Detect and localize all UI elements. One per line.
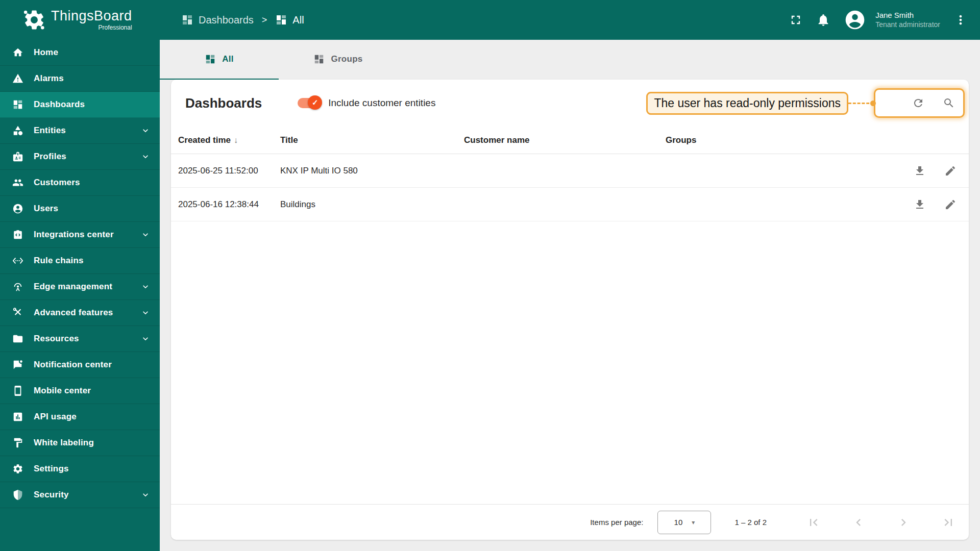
tab-all[interactable]: All xyxy=(160,40,279,80)
edit-dashboard-button[interactable] xyxy=(944,165,957,177)
sidebar-item-mobile-center[interactable]: Mobile center xyxy=(0,378,160,404)
column-header-title[interactable]: Title xyxy=(280,135,464,145)
dashboards-card: Dashboards ✓ Include customer entities T… xyxy=(171,80,969,540)
user-avatar[interactable] xyxy=(844,9,866,31)
previous-page-button[interactable] xyxy=(851,515,866,530)
next-page-button[interactable] xyxy=(896,515,911,530)
fullscreen-icon xyxy=(789,13,803,27)
integration-box-icon xyxy=(12,229,23,240)
refresh-icon xyxy=(912,97,924,109)
app-logo[interactable]: ThingsBoard Professional xyxy=(0,8,160,32)
toggle-switch[interactable]: ✓ xyxy=(298,97,321,109)
export-dashboard-button[interactable] xyxy=(914,165,926,177)
cell-title: KNX IP Multi IO 580 xyxy=(280,166,464,176)
user-name: Jane Smith xyxy=(875,11,940,20)
sidebar-item-edge-management[interactable]: Edge management xyxy=(0,274,160,300)
table-row[interactable]: 2025-06-16 12:38:44 Buildings xyxy=(171,188,969,221)
sidebar-item-home[interactable]: Home xyxy=(0,40,160,66)
toggle-label: Include customer entities xyxy=(328,97,435,109)
dashboards-icon xyxy=(275,14,287,26)
breadcrumb-separator: > xyxy=(262,15,267,26)
shapes-icon xyxy=(12,125,23,136)
chevron-down-icon xyxy=(140,126,151,136)
bell-icon xyxy=(816,13,830,27)
highlighted-toolbar-actions xyxy=(874,88,965,118)
breadcrumb-all[interactable]: All xyxy=(275,14,304,26)
sidebar-item-entities[interactable]: Entities xyxy=(0,118,160,144)
chevron-down-icon xyxy=(140,152,151,162)
search-button[interactable] xyxy=(943,97,955,109)
badge-icon xyxy=(12,151,23,162)
sidebar-item-customers[interactable]: Customers xyxy=(0,170,160,196)
card-toolbar: Dashboards ✓ Include customer entities T… xyxy=(171,80,969,127)
paint-roller-icon xyxy=(12,437,23,448)
person-circle-icon xyxy=(12,203,23,214)
page-title: Dashboards xyxy=(185,95,262,111)
prev-page-icon xyxy=(851,515,866,530)
sidebar-item-integrations-center[interactable]: Integrations center xyxy=(0,222,160,248)
sidebar-item-notification-center[interactable]: Notification center xyxy=(0,352,160,378)
include-customer-entities-toggle[interactable]: ✓ Include customer entities xyxy=(298,97,435,109)
sidebar-item-resources[interactable]: Resources xyxy=(0,326,160,352)
notifications-button[interactable] xyxy=(816,13,830,27)
items-per-page-label: Items per page: xyxy=(590,518,643,527)
first-page-button[interactable] xyxy=(806,515,821,530)
column-header-created-time[interactable]: Created time ↓ xyxy=(178,135,280,145)
people-icon xyxy=(12,177,23,188)
cell-title: Buildings xyxy=(280,199,464,210)
breadcrumb-dashboards[interactable]: Dashboards xyxy=(181,14,254,26)
sidebar: Home Alarms Dashboards Entities Profiles… xyxy=(0,40,160,551)
table-row[interactable]: 2025-06-25 11:52:00 KNX IP Multi IO 580 xyxy=(171,154,969,188)
next-page-icon xyxy=(896,515,911,530)
cell-created-time: 2025-06-25 11:52:00 xyxy=(178,166,280,176)
main-content: All Groups Dashboards ✓ Include customer… xyxy=(160,40,980,551)
smartphone-icon xyxy=(12,385,23,396)
folder-icon xyxy=(12,333,23,344)
sidebar-item-users[interactable]: Users xyxy=(0,196,160,222)
dashboards-icon xyxy=(12,99,23,110)
bar-chart-box-icon xyxy=(12,411,23,422)
first-page-icon xyxy=(806,515,821,530)
sidebar-item-api-usage[interactable]: API usage xyxy=(0,404,160,430)
download-icon xyxy=(914,198,926,211)
sidebar-item-advanced-features[interactable]: Advanced features xyxy=(0,300,160,326)
chevron-down-icon xyxy=(140,282,151,292)
toggle-check-icon: ✓ xyxy=(308,95,322,110)
sidebar-item-settings[interactable]: Settings xyxy=(0,456,160,482)
download-icon xyxy=(914,165,926,177)
more-menu-button[interactable] xyxy=(953,13,968,27)
column-header-customer-name[interactable]: Customer name xyxy=(464,135,666,145)
sidebar-item-rule-chains[interactable]: Rule chains xyxy=(0,248,160,274)
tab-groups[interactable]: Groups xyxy=(279,40,398,80)
breadcrumb: Dashboards > All xyxy=(181,14,304,26)
annotation-connector xyxy=(848,103,874,104)
chevron-down-icon xyxy=(140,334,151,344)
thingsboard-gear-icon xyxy=(22,8,46,32)
sidebar-item-alarms[interactable]: Alarms xyxy=(0,66,160,92)
edit-dashboard-button[interactable] xyxy=(944,198,957,211)
sidebar-item-profiles[interactable]: Profiles xyxy=(0,144,160,170)
dashboards-icon xyxy=(205,54,216,65)
last-page-button[interactable] xyxy=(941,515,955,530)
app-edition: Professional xyxy=(99,24,132,31)
shield-icon xyxy=(12,489,23,500)
sidebar-item-white-labeling[interactable]: White labeling xyxy=(0,430,160,456)
table-header-row: Created time ↓ Title Customer name Group… xyxy=(171,127,969,154)
chevron-down-icon xyxy=(140,308,151,318)
export-dashboard-button[interactable] xyxy=(914,198,926,211)
user-role: Tenant administrator xyxy=(875,20,940,30)
items-per-page-select[interactable]: 10 ▾ xyxy=(657,511,711,534)
edit-icon xyxy=(944,198,957,211)
tab-bar: All Groups xyxy=(160,40,980,80)
select-caret-icon: ▾ xyxy=(692,519,695,526)
user-info[interactable]: Jane Smith Tenant administrator xyxy=(875,11,940,29)
sidebar-item-dashboards[interactable]: Dashboards xyxy=(0,92,160,118)
sidebar-item-security[interactable]: Security xyxy=(0,482,160,508)
last-page-icon xyxy=(941,515,955,530)
column-header-groups[interactable]: Groups xyxy=(666,135,892,145)
chevron-down-icon xyxy=(140,230,151,240)
refresh-button[interactable] xyxy=(912,97,924,109)
edit-icon xyxy=(944,165,957,177)
fullscreen-button[interactable] xyxy=(789,13,803,27)
app-name: ThingsBoard xyxy=(51,9,132,23)
